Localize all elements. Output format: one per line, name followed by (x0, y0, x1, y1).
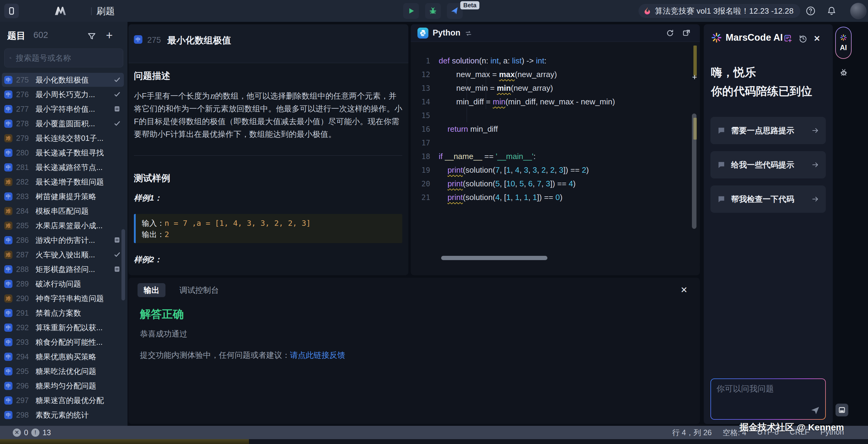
marscode-ai-logo-icon (840, 34, 847, 41)
ai-suggestion-card[interactable]: 需要一点思路提示 (710, 117, 826, 144)
send-icon[interactable] (810, 405, 820, 415)
close-output-icon[interactable]: ✕ (679, 284, 689, 295)
difficulty-badge: 难 (4, 251, 12, 259)
problem-list-item[interactable]: 中292算珠重新分配以获... (2, 320, 124, 335)
open-console-icon[interactable] (682, 29, 691, 37)
problem-list-item[interactable]: 中283树苗健康提升策略 (2, 189, 124, 203)
sidebar-scrollbar[interactable] (121, 229, 125, 300)
chat-history-icon[interactable] (799, 34, 808, 43)
status-item[interactable]: 行 4，列 26 (672, 427, 712, 438)
code-line[interactable]: 21 print(solution(4, [1, 1, 1, 1]) == 0) (411, 191, 691, 204)
no-icon (114, 164, 121, 171)
code-line[interactable]: 16 return min_diff (411, 122, 691, 136)
ai-suggestion-card[interactable]: 帮我检查一下代码 (710, 185, 826, 213)
problem-list-item[interactable]: 中281最长递减路径节点... (2, 160, 124, 174)
problem-sidebar: 题目 602 + 中275最小化数组极值中276最小周长巧克力...中277最小… (0, 22, 127, 426)
arrow-right-icon (811, 161, 819, 169)
code-line[interactable]: 18if __name__ == '__main__': (411, 150, 691, 163)
code-line[interactable]: 15 (411, 109, 691, 122)
problem-list-item[interactable]: 中278最小覆盖圆面积... (2, 117, 124, 130)
problem-list-item[interactable]: 中298素数元素的统计 (2, 408, 124, 422)
code-line[interactable]: 13 new_min = min(new_array) (411, 81, 691, 95)
tab-debug-console[interactable]: 调试控制台 (173, 283, 225, 297)
feedback-text: 提交功能内测体验中，任何问题或者建议： (140, 351, 290, 360)
difficulty-badge: 难 (4, 207, 12, 215)
contest-banner[interactable]: 算法竞技赛 vol1 3报名啦！12.23 -12.28 (639, 4, 800, 18)
problem-number: 285 (16, 221, 34, 230)
problem-list-item[interactable]: 中289破冰行动问题 (2, 277, 124, 291)
code-line[interactable]: 19 print(solution(7, [1, 4, 3, 3, 2, 2, … (411, 163, 691, 177)
vertical-scrollbar[interactable] (692, 114, 696, 229)
problem-list-item[interactable]: 难290神奇字符串构造问题 (2, 291, 124, 305)
solved-check-icon (114, 120, 121, 127)
sidebar-toggle-button[interactable] (4, 4, 19, 18)
problem-list-item[interactable]: 中293粮食分配的可能性... (2, 335, 124, 349)
difficulty-badge: 难 (4, 294, 12, 303)
problem-list-item[interactable]: 中280最长递减子数组寻找 (2, 146, 124, 160)
problem-list-item[interactable]: 中291禁着点方案数 (2, 306, 124, 320)
problem-number: 278 (16, 119, 34, 128)
difficulty-badge: 中 (4, 397, 12, 405)
run-button[interactable] (403, 3, 419, 19)
debug-button[interactable] (425, 3, 441, 19)
problems-indicator[interactable]: ✕ 0 ! 13 (13, 428, 51, 437)
problem-number: 288 (16, 265, 34, 274)
help-button[interactable] (805, 6, 816, 16)
ai-chat-input[interactable]: 你可以问我问题 (710, 378, 826, 420)
line-number: 16 (411, 125, 439, 133)
ai-suggestion-list: 需要一点思路提示给我一些代码提示帮我检查一下代码 (710, 117, 826, 213)
problem-list-item[interactable]: 难282最长递增子数组问题 (2, 175, 124, 189)
problem-list-item[interactable]: 中294糖果优惠购买策略 (2, 350, 124, 363)
problem-list-item[interactable]: 中296糖果均匀分配问题 (2, 379, 124, 393)
problem-title: 矩形棋盘路径问... (35, 264, 112, 274)
horizontal-scrollbar[interactable] (441, 256, 548, 260)
warning-count-icon: ! (31, 429, 39, 437)
problem-list-item[interactable]: 中276最小周长巧克力... (2, 87, 124, 101)
code-line[interactable]: 17 (411, 136, 691, 150)
problem-list-item[interactable]: 难284模板串匹配问题 (2, 204, 124, 218)
code-line[interactable]: 12 new_max = max(new_array) (411, 68, 691, 81)
problem-list-item[interactable]: 中286游戏中的伤害计... (2, 233, 124, 247)
problem-list-item[interactable]: 难287火车驶入驶出顺... (2, 248, 124, 262)
switch-language-icon[interactable] (465, 30, 472, 37)
collapse-panel-button[interactable] (836, 404, 848, 416)
problem-number: 296 (16, 381, 34, 390)
code-line[interactable]: 20 print(solution(5, [10, 5, 6, 7, 3]) =… (411, 177, 691, 191)
notifications-button[interactable] (827, 6, 837, 16)
user-avatar[interactable] (850, 3, 866, 19)
note-icon (114, 105, 121, 112)
problem-title: 破冰行动问题 (35, 279, 112, 289)
filter-icon[interactable] (87, 32, 97, 41)
new-chat-icon[interactable] (783, 34, 793, 43)
code-line[interactable]: 1def solution(n: int, a: list) -> int: (411, 54, 691, 68)
code-editor-panel: Python 1def solution(n: int, a: list) ->… (411, 24, 700, 275)
ai-input-placeholder: 你可以问我问题 (716, 383, 774, 394)
ai-suggestion-card[interactable]: 给我一些代码提示 (710, 151, 826, 179)
solved-check-icon (114, 120, 121, 127)
tab-output[interactable]: 输出 (137, 283, 165, 297)
indent-guide (467, 68, 467, 122)
code-editor-area[interactable]: 1def solution(n: int, a: list) -> int:12… (411, 42, 691, 266)
search-box[interactable] (4, 49, 123, 67)
note-icon (114, 265, 121, 273)
reset-code-icon[interactable] (666, 29, 674, 37)
problem-list-item[interactable]: 中277最小字符串价值... (2, 102, 124, 116)
close-ai-panel-icon[interactable]: ✕ (812, 34, 822, 43)
feedback-link[interactable]: 请点此链接反馈 (290, 351, 345, 360)
search-input[interactable] (15, 53, 118, 63)
line-number: 18 (411, 152, 439, 161)
problem-title: 游戏中的伤害计... (35, 235, 112, 245)
add-problem-button[interactable]: + (103, 29, 115, 41)
problem-list-item[interactable]: 中297糖果迷宫的最优分配 (2, 393, 124, 407)
problem-list-item[interactable]: 中295糖果吃法优化问题 (2, 364, 124, 378)
ai-rail-button[interactable]: AI (835, 27, 851, 59)
problem-list-item[interactable]: 中275最小化数组极值 (2, 73, 124, 87)
python-language-icon (417, 28, 428, 38)
debug-rail-icon[interactable] (839, 67, 848, 77)
problem-list-item[interactable]: 中288矩形棋盘路径问... (2, 262, 124, 276)
problem-list-item[interactable]: 难285水果店果篮最小成... (2, 219, 124, 232)
problem-list-item[interactable]: 难279最长连续交替01子... (2, 131, 124, 145)
difficulty-badge: 中 (4, 265, 12, 274)
code-line[interactable]: 14 min_diff = min(min_diff, new_max - ne… (411, 95, 691, 109)
ai-chat-input-inner[interactable]: 你可以问我问题 (711, 379, 825, 419)
